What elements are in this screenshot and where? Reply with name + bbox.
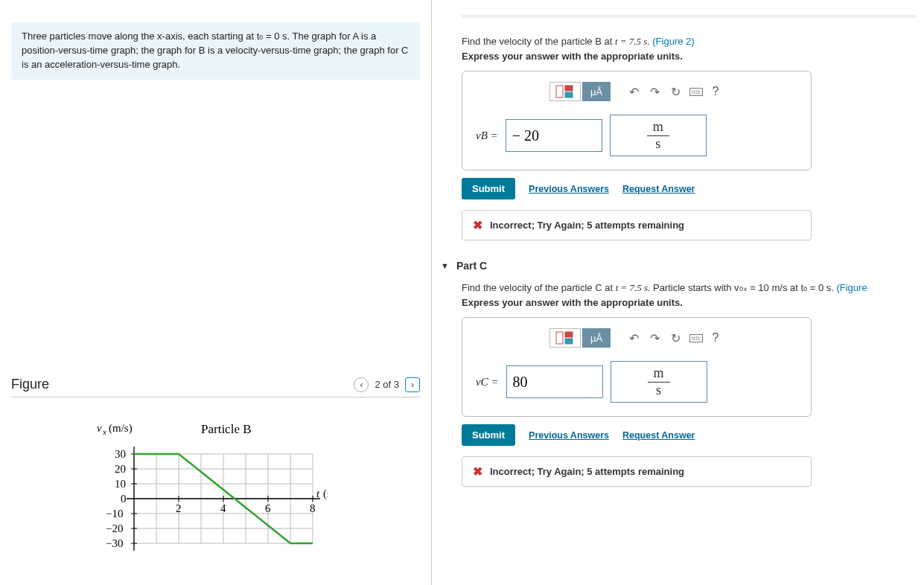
svg-text:(s): (s) (323, 488, 328, 500)
partC-unit-input[interactable]: m s (611, 361, 707, 403)
svg-text:x: x (102, 427, 106, 436)
undo-button[interactable]: ↶ (624, 328, 643, 348)
svg-text:v: v (97, 422, 102, 434)
svg-text:(m/s): (m/s) (109, 422, 133, 435)
svg-text:30: 30 (115, 448, 126, 460)
figure-chart: v x (m/s) Particle B t (s) 30 20 10 0 −1… (89, 417, 328, 575)
svg-text:6: 6 (265, 502, 271, 514)
svg-rect-46 (565, 86, 573, 91)
svg-text:−10: −10 (106, 508, 123, 520)
partC-header: Part C (456, 260, 487, 272)
svg-text:4: 4 (220, 502, 226, 514)
figure-title: Figure (11, 377, 49, 392)
svg-text:20: 20 (115, 463, 126, 475)
svg-rect-45 (556, 86, 563, 98)
svg-text:t: t (316, 488, 320, 499)
keyboard-button[interactable] (686, 328, 706, 348)
partB-variable-label: vB = (476, 130, 498, 142)
partB-unit-input[interactable]: m s (610, 115, 707, 156)
partC-value-input[interactable] (506, 365, 603, 398)
help-button[interactable]: ? (707, 328, 724, 348)
partB-value-input[interactable] (506, 119, 602, 152)
partC-question: Find the velocity of the particle C at t… (462, 282, 917, 294)
svg-text:2: 2 (176, 502, 182, 514)
partB-previous-answers-link[interactable]: Previous Answers (529, 184, 609, 194)
incorrect-icon: ✖ (473, 464, 482, 479)
partC-instruction: Express your answer with the appropriate… (462, 297, 917, 308)
partB-request-answer-link[interactable]: Request Answer (622, 184, 695, 194)
partC-previous-answers-link[interactable]: Previous Answers (529, 430, 609, 441)
help-button[interactable]: ? (707, 82, 724, 101)
undo-button[interactable]: ↶ (624, 82, 643, 101)
redo-button[interactable]: ↷ (645, 82, 664, 101)
svg-rect-50 (565, 339, 573, 344)
svg-text:10: 10 (115, 478, 126, 490)
svg-text:−20: −20 (106, 522, 123, 534)
svg-text:Particle B: Particle B (201, 422, 252, 436)
units-button[interactable]: μÅ (582, 82, 611, 101)
figure-next-button[interactable]: › (405, 377, 420, 392)
svg-rect-49 (565, 332, 573, 337)
reset-button[interactable]: ↻ (666, 328, 685, 348)
svg-rect-48 (556, 332, 563, 344)
templates-button[interactable] (549, 82, 581, 101)
templates-button[interactable] (549, 328, 581, 348)
figure-pager: ‹ 2 of 3 › (354, 377, 420, 392)
partC-variable-label: vC = (476, 376, 499, 389)
partB-question: Find the velocity of the particle B at t… (462, 36, 917, 48)
redo-button[interactable]: ↷ (645, 328, 664, 348)
partC-request-answer-link[interactable]: Request Answer (622, 430, 695, 441)
figure-page-indicator: 2 of 3 (375, 379, 399, 390)
svg-text:−30: −30 (106, 537, 123, 549)
partC-figure-link[interactable]: (Figure (836, 282, 867, 293)
figure-prev-button[interactable]: ‹ (354, 377, 369, 392)
keyboard-button[interactable] (686, 82, 706, 101)
svg-text:0: 0 (121, 493, 127, 505)
partB-feedback: ✖ Incorrect; Try Again; 5 attempts remai… (462, 210, 812, 240)
svg-text:8: 8 (310, 502, 316, 514)
partC-submit-button[interactable]: Submit (462, 424, 515, 446)
reset-button[interactable]: ↻ (666, 82, 685, 101)
problem-statement: Three particles move along the x-axis, e… (11, 22, 420, 80)
partC-collapse-toggle[interactable]: ▼ (441, 261, 449, 270)
incorrect-icon: ✖ (473, 218, 482, 232)
partB-figure-link[interactable]: (Figure 2) (652, 36, 694, 47)
svg-rect-47 (565, 92, 573, 98)
partB-instruction: Express your answer with the appropriate… (462, 51, 917, 62)
partC-answer-box: μÅ ↶ ↷ ↻ ? vC = m s (462, 317, 812, 417)
partC-feedback: ✖ Incorrect; Try Again; 5 attempts remai… (462, 456, 812, 487)
partB-answer-box: μÅ ↶ ↷ ↻ ? vB = m s (462, 71, 812, 170)
progress-bar (462, 15, 917, 18)
units-button[interactable]: μÅ (582, 328, 611, 348)
partB-submit-button[interactable]: Submit (462, 178, 515, 199)
